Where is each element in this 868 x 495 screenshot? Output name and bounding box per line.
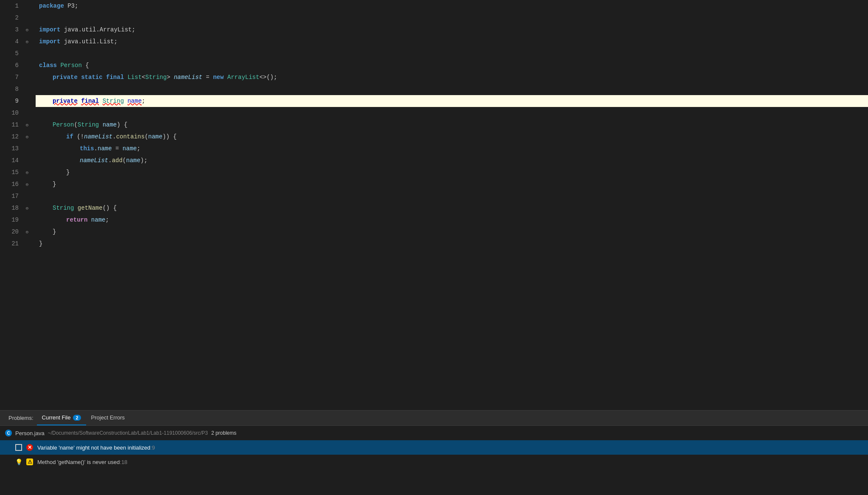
code-line-7[interactable]: private static final List<String> nameLi…	[36, 71, 868, 83]
code-line-11[interactable]: Person(String name) {	[36, 119, 868, 131]
line-num-20: 20	[0, 226, 25, 238]
line-num-1: 1	[0, 0, 25, 12]
code-line-19[interactable]: return name;	[36, 214, 868, 226]
code-line-6[interactable]: class Person {	[36, 59, 868, 71]
code-line-15[interactable]: }	[36, 166, 868, 178]
problems-list: C Person.java ~/Documents/SoftwareConstr…	[0, 426, 868, 495]
code-lines: package P3; import java.util.ArrayList; …	[36, 0, 868, 410]
code-line-12[interactable]: if (!nameList.contains(name)) {	[36, 131, 868, 143]
line-num-13: 13	[0, 143, 25, 155]
problem-count: 2 problems	[211, 430, 236, 436]
gutter-3[interactable]: ⊖	[25, 24, 36, 36]
line-numbers: 1 2 3 4 5 6 7 8 9 10 11 12 13 14 15 16 1…	[0, 0, 25, 410]
line-num-9: 9	[0, 95, 25, 107]
line-num-16: 16	[0, 178, 25, 190]
line-num-5: 5	[0, 48, 25, 59]
line-num-8: 8	[0, 83, 25, 95]
code-line-16[interactable]: }	[36, 178, 868, 190]
gutter-11[interactable]: ⊖	[25, 119, 36, 131]
code-line-17[interactable]	[36, 190, 868, 202]
line-num-14: 14	[0, 155, 25, 166]
code-container: 1 2 3 4 5 6 7 8 9 10 11 12 13 14 15 16 1…	[0, 0, 868, 410]
gutter-7	[25, 71, 36, 83]
problem-file-row[interactable]: C Person.java ~/Documents/SoftwareConstr…	[0, 426, 868, 440]
code-line-20[interactable]: }	[36, 226, 868, 238]
gutter-18[interactable]: ⊖	[25, 202, 36, 214]
gutter-14	[25, 155, 36, 166]
line-num-7: 7	[0, 71, 25, 83]
gutter-1	[25, 0, 36, 12]
line-num-6: 6	[0, 59, 25, 71]
gutter-12[interactable]: ⊖	[25, 131, 36, 143]
code-line-10[interactable]	[36, 107, 868, 119]
warning-message: Method 'getName()' is never used:18	[37, 459, 127, 465]
editor-area: 1 2 3 4 5 6 7 8 9 10 11 12 13 14 15 16 1…	[0, 0, 868, 410]
expand-icon	[15, 444, 22, 451]
gutter-20[interactable]: ⊖	[25, 226, 36, 238]
gutter-8	[25, 83, 36, 95]
gutter-10	[25, 107, 36, 119]
code-line-5[interactable]	[36, 48, 868, 59]
problems-tabs: Problems: Current File 2 Project Errors	[0, 411, 868, 426]
line-num-11: 11	[0, 119, 25, 131]
problem-item-warning[interactable]: 💡 ⚠ Method 'getName()' is never used:18	[0, 455, 868, 469]
lightbulb-icon: 💡	[15, 458, 22, 465]
tab-current-file-badge: 2	[73, 415, 81, 421]
gutter-17	[25, 190, 36, 202]
file-path: ~/Documents/SoftwareConstructionLab/Lab1…	[48, 430, 208, 436]
gutter-2	[25, 12, 36, 24]
code-line-2[interactable]	[36, 12, 868, 24]
gutter-19	[25, 214, 36, 226]
line-num-15: 15	[0, 166, 25, 178]
code-line-21[interactable]: }	[36, 238, 868, 250]
line-num-10: 10	[0, 107, 25, 119]
line-num-2: 2	[0, 12, 25, 24]
warning-icon: ⚠	[26, 458, 33, 465]
code-line-14[interactable]: nameList.add(name);	[36, 155, 868, 166]
line-num-17: 17	[0, 190, 25, 202]
gutter-16[interactable]: ⊖	[25, 178, 36, 190]
gutter: ⊖ ⊖ ⊖ ⊖ ⊖ ⊖ ⊖ ⊖	[25, 0, 36, 410]
error-icon: ✕	[26, 444, 33, 451]
problems-panel: Problems: Current File 2 Project Errors …	[0, 410, 868, 495]
gutter-21	[25, 238, 36, 250]
tab-project-errors-label: Project Errors	[91, 414, 125, 421]
gutter-13	[25, 143, 36, 155]
gutter-15[interactable]: ⊖	[25, 166, 36, 178]
gutter-5	[25, 48, 36, 59]
tab-current-file[interactable]: Current File 2	[37, 411, 86, 425]
file-name: Person.java	[15, 430, 45, 436]
line-num-19: 19	[0, 214, 25, 226]
gutter-4[interactable]: ⊖	[25, 36, 36, 48]
problem-item-error[interactable]: ✕ Variable 'name' might not have been in…	[0, 440, 868, 455]
gutter-6	[25, 59, 36, 71]
gutter-9	[25, 95, 36, 107]
tab-current-file-label: Current File	[42, 414, 71, 421]
code-line-9[interactable]: private final String name;	[36, 95, 868, 107]
code-line-1[interactable]: package P3;	[36, 0, 868, 12]
code-line-4[interactable]: import java.util.List;	[36, 36, 868, 48]
line-num-18: 18	[0, 202, 25, 214]
code-line-18[interactable]: String getName() {	[36, 202, 868, 214]
line-num-4: 4	[0, 36, 25, 48]
problems-label: Problems:	[5, 411, 37, 425]
code-line-13[interactable]: this.name = name;	[36, 143, 868, 155]
line-num-3: 3	[0, 24, 25, 36]
error-message: Variable 'name' might not have been init…	[37, 444, 155, 451]
code-line-8[interactable]	[36, 83, 868, 95]
line-num-12: 12	[0, 131, 25, 143]
code-line-3[interactable]: import java.util.ArrayList;	[36, 24, 868, 36]
line-num-21: 21	[0, 238, 25, 250]
tab-project-errors[interactable]: Project Errors	[86, 411, 130, 425]
class-icon: C	[5, 430, 12, 436]
